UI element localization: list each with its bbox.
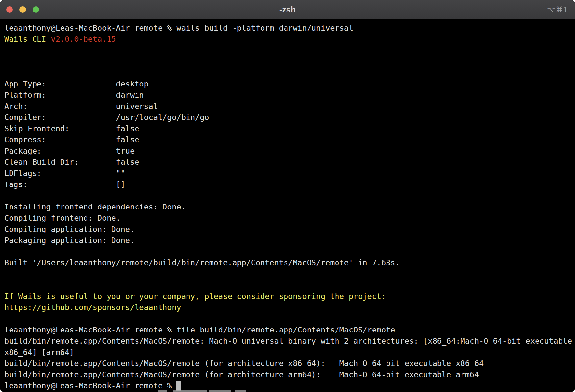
text-segment: Clean Build Dir: false <box>4 158 139 167</box>
text-segment: leaanthony@Leas-MacBook-Air remote % fil… <box>4 325 395 334</box>
text-segment: Compress: false <box>4 135 139 144</box>
step-compiling-frontend: Compiling frontend: Done. <box>4 212 575 224</box>
step-compiling-application: Compiling application: Done. <box>4 224 575 235</box>
text-segment: x86_64] [arm64] <box>4 348 74 357</box>
text-segment: build/bin/remote.app/Contents/MacOS/remo… <box>4 370 479 379</box>
file-output-arm64: build/bin/remote.app/Contents/MacOS/remo… <box>4 369 575 380</box>
text-segment: leaanthony@Leas-MacBook-Air remote % wai… <box>4 23 353 33</box>
terminal-line <box>4 280 575 291</box>
window-title: -zsh <box>0 0 575 19</box>
tab-shortcut-badge: ⌥⌘1 <box>547 0 568 19</box>
text-segment: Installing frontend dependencies: Done. <box>4 202 186 211</box>
terminal-line <box>4 246 575 257</box>
file-output-universal-wrap: x86_64] [arm64] <box>4 347 575 358</box>
built-result: Built '/Users/leaanthony/remote/build/bi… <box>4 257 575 268</box>
terminal-line <box>4 45 575 56</box>
step-installing-deps: Installing frontend dependencies: Done. <box>4 201 575 212</box>
file-output-universal: build/bin/remote.app/Contents/MacOS/remo… <box>4 335 575 347</box>
text-segment: build/bin/remote.app/Contents/MacOS/remo… <box>4 336 572 346</box>
terminal-line <box>4 67 575 78</box>
option-ldflags: LDFlags: "" <box>4 168 575 179</box>
text-segment: Compiling application: Done. <box>4 225 135 234</box>
text-segment: If Wails is useful to you or your compan… <box>4 292 386 301</box>
close-button[interactable] <box>6 6 13 13</box>
terminal-window: -zsh ⌥⌘1 leaanthony@Leas-MacBook-Air rem… <box>0 0 575 392</box>
option-tags: Tags: [] <box>4 179 575 190</box>
text-segment: App Type: desktop <box>4 79 149 88</box>
option-skip-frontend: Skip Frontend: false <box>4 123 575 134</box>
terminal-line <box>4 190 575 201</box>
terminal-line <box>4 268 575 280</box>
zoom-button[interactable] <box>33 6 39 13</box>
sponsor-url[interactable]: https://github.com/sponsors/leaanthony <box>4 303 181 312</box>
titlebar[interactable]: -zsh ⌥⌘1 <box>0 0 575 19</box>
text-segment: LDFlags: "" <box>4 169 125 178</box>
option-compiler: Compiler: /usr/local/go/bin/go <box>4 112 575 123</box>
wails-cli-version: Wails CLI v2.0.0-beta.15 <box>4 34 575 45</box>
file-output-x86: build/bin/remote.app/Contents/MacOS/remo… <box>4 358 575 369</box>
text-segment: Arch: universal <box>4 102 158 111</box>
option-app-type: App Type: desktop <box>4 78 575 89</box>
option-platform: Platform: darwin <box>4 89 575 101</box>
prompt-wails-build: leaanthony@Leas-MacBook-Air remote % wai… <box>4 22 575 34</box>
text-segment: build/bin/remote.app/Contents/MacOS/remo… <box>4 359 484 368</box>
cutoff-line-artifact <box>158 390 246 392</box>
step-packaging-application: Packaging application: Done. <box>4 235 575 246</box>
minimize-button[interactable] <box>19 6 26 13</box>
traffic-lights <box>6 6 39 13</box>
terminal-output: leaanthony@Leas-MacBook-Air remote % wai… <box>4 22 575 391</box>
text-segment: Compiling frontend: Done. <box>4 213 121 223</box>
option-package: Package: true <box>4 145 575 157</box>
text-segment: Skip Frontend: false <box>4 124 139 133</box>
terminal-line <box>4 56 575 67</box>
text-segment: Platform: darwin <box>4 90 144 100</box>
text-segment: Compiler: /usr/local/go/bin/go <box>4 113 209 122</box>
text-segment: Wails CLI <box>4 35 51 44</box>
option-compress: Compress: false <box>4 134 575 145</box>
block-cursor <box>176 381 181 391</box>
sponsor-link-line: https://github.com/sponsors/leaanthony <box>4 302 575 313</box>
prompt-file-command: leaanthony@Leas-MacBook-Air remote % fil… <box>4 324 575 335</box>
text-segment: v2.0.0-beta.15 <box>51 35 116 44</box>
terminal-screen[interactable]: leaanthony@Leas-MacBook-Air remote % wai… <box>0 19 575 392</box>
terminal-line <box>4 313 575 324</box>
text-segment: Packaging application: Done. <box>4 236 135 245</box>
text-segment: leaanthony@Leas-MacBook-Air remote % <box>4 381 176 390</box>
option-arch: Arch: universal <box>4 101 575 112</box>
text-segment: Package: true <box>4 146 135 156</box>
text-segment: Tags: [] <box>4 180 125 189</box>
text-segment: Built '/Users/leaanthony/remote/build/bi… <box>4 258 400 267</box>
prompt-current: leaanthony@Leas-MacBook-Air remote % <box>4 380 575 391</box>
sponsor-message: If Wails is useful to you or your compan… <box>4 291 575 302</box>
option-clean-build-dir: Clean Build Dir: false <box>4 157 575 168</box>
